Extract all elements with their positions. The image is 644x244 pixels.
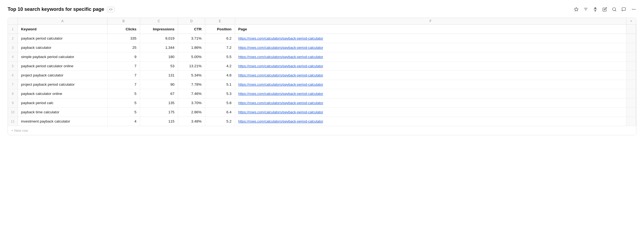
- cell-page[interactable]: https://rows.com/calculators/payback-per…: [235, 80, 626, 89]
- svg-point-8: [633, 9, 634, 10]
- table-row: 4 simple payback period calculator 9 180…: [8, 52, 636, 62]
- cell-position: 4.2: [205, 62, 235, 71]
- col-a-header: A: [18, 18, 107, 25]
- sparkle-icon[interactable]: [574, 7, 579, 12]
- cell-clicks: 4: [107, 117, 140, 126]
- cell-position: 7.2: [205, 43, 235, 52]
- col-c-header: C: [140, 18, 178, 25]
- table-row: 3 payback calculator 25 1,344 1.86% 7.2 …: [8, 43, 636, 52]
- add-column-button[interactable]: +: [626, 18, 636, 25]
- svg-line-6: [615, 10, 616, 11]
- page-title: Top 10 search keywords for specific page: [8, 7, 104, 12]
- search-icon[interactable]: [612, 7, 617, 12]
- row-number: 4: [8, 52, 18, 62]
- header-impressions: Impressions: [140, 25, 178, 34]
- sort-icon[interactable]: [593, 7, 598, 12]
- title-area: Top 10 search keywords for specific page…: [8, 7, 115, 12]
- page-link[interactable]: https://rows.com/calculators/payback-per…: [238, 92, 323, 96]
- row-number: 8: [8, 89, 18, 98]
- cell-position: 5.2: [205, 117, 235, 126]
- table-row: 6 project payback calculator 7 131 5.34%…: [8, 71, 636, 80]
- cell-position: 5.8: [205, 98, 235, 108]
- edit-icon[interactable]: [602, 7, 607, 12]
- cell-keyword: payback calculator: [18, 43, 107, 52]
- cell-impressions: 175: [140, 108, 178, 117]
- header-plus-cell: [626, 25, 636, 34]
- row-number: 10: [8, 108, 18, 117]
- page-link[interactable]: https://rows.com/calculators/payback-per…: [238, 119, 323, 123]
- cell-clicks: 7: [107, 80, 140, 89]
- page-link[interactable]: https://rows.com/calculators/payback-per…: [238, 55, 323, 59]
- cell-page[interactable]: https://rows.com/calculators/payback-per…: [235, 117, 626, 126]
- filter-icon[interactable]: [583, 7, 588, 12]
- header-ctr: CTR: [178, 25, 205, 34]
- cell-page[interactable]: https://rows.com/calculators/payback-per…: [235, 62, 626, 71]
- cell-extra: [626, 80, 636, 89]
- cell-ctr: 13.21%: [178, 62, 205, 71]
- cell-extra: [626, 62, 636, 71]
- rownum-col-header: [8, 18, 18, 25]
- header-rownum: 1: [8, 25, 18, 34]
- cell-page[interactable]: https://rows.com/calculators/payback-per…: [235, 108, 626, 117]
- cell-impressions: 9,019: [140, 34, 178, 43]
- page-link[interactable]: https://rows.com/calculators/payback-per…: [238, 36, 323, 40]
- more-icon[interactable]: [631, 7, 636, 12]
- cell-keyword: simple payback period calculator: [18, 52, 107, 62]
- row-number: 3: [8, 43, 18, 52]
- cell-clicks: 7: [107, 71, 140, 80]
- cell-extra: [626, 108, 636, 117]
- cell-clicks: 7: [107, 62, 140, 71]
- cell-extra: [626, 89, 636, 98]
- cell-page[interactable]: https://rows.com/calculators/payback-per…: [235, 43, 626, 52]
- table-row: 2 payback period calculator 335 9,019 3.…: [8, 34, 636, 43]
- cell-impressions: 135: [140, 98, 178, 108]
- cell-ctr: 1.86%: [178, 43, 205, 52]
- row-number: 7: [8, 80, 18, 89]
- toolbar: [574, 7, 636, 12]
- cell-ctr: 7.46%: [178, 89, 205, 98]
- cell-position: 5.5: [205, 52, 235, 62]
- new-row-footer[interactable]: + New row: [8, 126, 636, 135]
- cell-page[interactable]: https://rows.com/calculators/payback-per…: [235, 52, 626, 62]
- page-link[interactable]: https://rows.com/calculators/payback-per…: [238, 110, 323, 114]
- cell-clicks: 9: [107, 52, 140, 62]
- page-link[interactable]: https://rows.com/calculators/payback-per…: [238, 46, 323, 50]
- cell-ctr: 7.78%: [178, 80, 205, 89]
- cell-position: 4.8: [205, 71, 235, 80]
- comment-icon[interactable]: [621, 7, 626, 12]
- cell-impressions: 115: [140, 117, 178, 126]
- row-number: 6: [8, 71, 18, 80]
- page-link[interactable]: https://rows.com/calculators/payback-per…: [238, 64, 323, 68]
- code-badge-button[interactable]: <>: [107, 7, 115, 12]
- cell-page[interactable]: https://rows.com/calculators/payback-per…: [235, 71, 626, 80]
- cell-ctr: 3.71%: [178, 34, 205, 43]
- cell-page[interactable]: https://rows.com/calculators/payback-per…: [235, 34, 626, 43]
- cell-page[interactable]: https://rows.com/calculators/payback-per…: [235, 98, 626, 108]
- cell-position: 6.4: [205, 108, 235, 117]
- page-link[interactable]: https://rows.com/calculators/payback-per…: [238, 82, 323, 86]
- cell-ctr: 5.00%: [178, 52, 205, 62]
- page-link[interactable]: https://rows.com/calculators/payback-per…: [238, 101, 323, 105]
- cell-impressions: 67: [140, 89, 178, 98]
- cell-extra: [626, 43, 636, 52]
- cell-impressions: 180: [140, 52, 178, 62]
- cell-impressions: 1,344: [140, 43, 178, 52]
- cell-page[interactable]: https://rows.com/calculators/payback-per…: [235, 89, 626, 98]
- table-header-row: 1 Keyword Clicks Impressions CTR Positio…: [8, 25, 636, 34]
- cell-keyword: project payback period calculator: [18, 80, 107, 89]
- new-row-label[interactable]: + New row: [8, 126, 636, 135]
- table-row: 8 payback calculator online 5 67 7.46% 5…: [8, 89, 636, 98]
- cell-clicks: 335: [107, 34, 140, 43]
- header-keyword: Keyword: [18, 25, 107, 34]
- page-link[interactable]: https://rows.com/calculators/payback-per…: [238, 73, 323, 77]
- row-number: 5: [8, 62, 18, 71]
- cell-ctr: 2.86%: [178, 108, 205, 117]
- cell-impressions: 131: [140, 71, 178, 80]
- cell-keyword: payback period calc: [18, 98, 107, 108]
- header-clicks: Clicks: [107, 25, 140, 34]
- cell-position: 6.2: [205, 34, 235, 43]
- svg-point-9: [635, 9, 636, 10]
- table-row: 10 payback time calculator 5 175 2.86% 6…: [8, 108, 636, 117]
- cell-clicks: 5: [107, 98, 140, 108]
- cell-position: 5.3: [205, 89, 235, 98]
